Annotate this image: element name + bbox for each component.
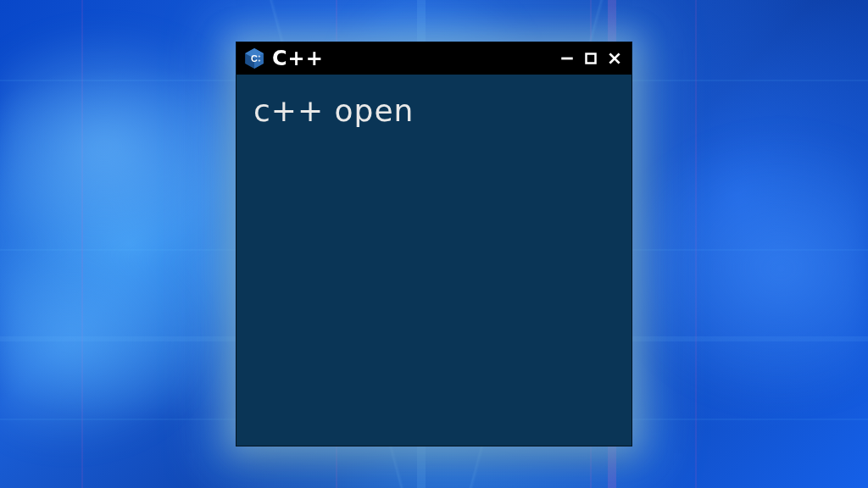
close-button[interactable]: [606, 50, 623, 67]
cpp-icon: C + +: [243, 47, 265, 69]
window-title: C++: [272, 47, 552, 70]
window-titlebar[interactable]: C + + C++: [236, 42, 632, 75]
application-window: C + + C++: [236, 42, 632, 446]
maximize-button[interactable]: [582, 50, 599, 67]
svg-rect-7: [587, 54, 596, 64]
svg-text:+: +: [259, 58, 261, 63]
minimize-button[interactable]: [559, 50, 576, 67]
window-controls: [559, 50, 623, 67]
svg-text:C: C: [251, 53, 258, 64]
svg-text:+: +: [259, 54, 261, 58]
body-text: c++ open: [253, 93, 615, 128]
window-body: c++ open: [236, 75, 632, 446]
